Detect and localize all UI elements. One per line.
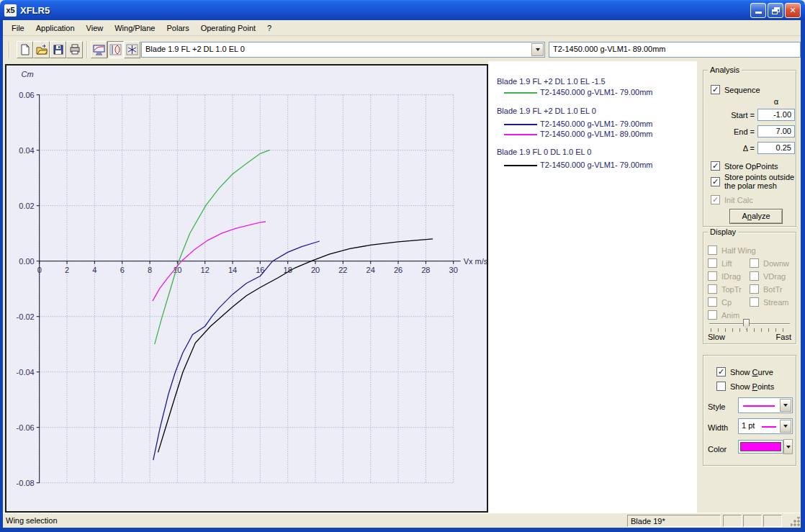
width-value: 1 pt [742, 421, 755, 430]
legend-entry: T2-1450.000 g-VLM1- 79.00mm [540, 120, 653, 128]
svg-text:-0.04: -0.04 [17, 368, 35, 377]
legend-entry: T2-1450.000 g-VLM1- 89.00mm [540, 130, 653, 138]
printer-icon [69, 44, 81, 55]
window-border-bottom [0, 528, 805, 532]
slider-fast-label: Fast [776, 333, 791, 341]
analyze-button[interactable]: Analyze [729, 209, 783, 224]
downw-checkbox [750, 258, 759, 268]
init-calc-label: Init Calc [724, 196, 753, 204]
store-oppoints-checkbox[interactable] [711, 161, 720, 171]
polar-curves-icon [109, 44, 122, 55]
stream-checkbox [750, 297, 759, 307]
vdrag-label: VDrag [763, 272, 786, 281]
legend-line-sample [504, 92, 537, 94]
menu-application[interactable]: Application [30, 22, 81, 35]
svg-text:-0.06: -0.06 [17, 423, 35, 432]
status-cell [743, 515, 762, 527]
anim-checkbox [708, 310, 717, 320]
status-cell [763, 515, 782, 527]
svg-text:2: 2 [65, 266, 69, 274]
half-wing-label: Half Wing [721, 246, 756, 255]
window-border-right [801, 20, 805, 532]
legend-group-title: Blade 1.9 FL 0 DL 1.0 EL 0 [497, 148, 591, 156]
analysis-group-title: Analysis [708, 66, 742, 74]
menu-bar: File Application View Wing/Plane Polars … [3, 20, 801, 36]
sequence-label: Sequence [724, 86, 760, 94]
end-label: End = [703, 127, 755, 136]
menu-view[interactable]: View [81, 22, 109, 35]
toolbar-separator [86, 41, 88, 58]
legend-line-sample [504, 165, 537, 166]
menu-polars[interactable]: Polars [161, 22, 194, 35]
print-button[interactable] [66, 41, 83, 58]
polar-view-button[interactable] [107, 41, 124, 58]
svg-text:24: 24 [366, 266, 375, 274]
curve-legend: Blade 1.9 FL +2 DL 1.0 EL -1.5 T2-1450.0… [488, 61, 696, 513]
plane-combo-value: Blade 1.9 FL +2 DL 1.0 EL 0 [145, 45, 245, 53]
idrag-checkbox [708, 271, 717, 281]
svg-text:4: 4 [92, 266, 96, 274]
combo-arrow-button[interactable] [531, 43, 544, 56]
legend-group-title: Blade 1.9 FL +2 DL 1.0 EL -1.5 [497, 77, 606, 86]
end-input[interactable]: 7.00 [757, 125, 795, 137]
store-outside-checkbox[interactable] [711, 177, 720, 186]
line-width-dropdown[interactable]: 1 pt [738, 418, 793, 434]
chevron-down-icon [783, 425, 788, 428]
anim-label: Anim [721, 311, 739, 320]
start-label: Start = [703, 111, 755, 120]
alpha-symbol: α [757, 97, 795, 106]
legend-group-title: Blade 1.9 FL +2 DL 1.0 EL 0 [497, 107, 596, 115]
curve-color-swatch[interactable] [738, 440, 783, 454]
new-file-button[interactable] [17, 41, 33, 58]
show-curve-checkbox[interactable] [716, 367, 726, 377]
xflr5-window: x5 XFLR5 ✕ File Application View Wing/Pl… [0, 0, 805, 532]
status-message: Wing selection [6, 516, 58, 525]
stream-label: Stream [763, 298, 788, 307]
resize-grip[interactable] [791, 517, 800, 526]
svg-text:0.04: 0.04 [19, 146, 34, 155]
svg-text:8: 8 [148, 266, 152, 274]
style-dropdown-arrow[interactable] [780, 399, 791, 412]
graph-monitor-icon [93, 44, 105, 55]
status-bar: Wing selection Blade 19* [3, 513, 801, 528]
menu-help[interactable]: ? [261, 22, 277, 35]
color-label: Color [708, 445, 727, 454]
svg-text:Cm: Cm [22, 70, 34, 78]
menu-wing-plane[interactable]: Wing/Plane [109, 22, 161, 35]
restore-button[interactable] [768, 3, 783, 18]
opp-view-button[interactable] [91, 41, 107, 58]
legend-line-sample [504, 124, 537, 125]
open-file-button[interactable] [33, 41, 50, 58]
svg-text:0.06: 0.06 [19, 91, 34, 99]
cp-checkbox [708, 297, 717, 307]
color-dropdown-arrow[interactable] [783, 439, 793, 454]
half-wing-checkbox [708, 245, 717, 255]
close-button[interactable]: ✕ [785, 3, 801, 18]
display-group: Display Half Wing Lift Downw IDrag VDrag… [703, 232, 796, 344]
3d-view-button[interactable] [124, 41, 140, 58]
menu-operating-point[interactable]: Operating Point [195, 22, 261, 35]
legend-entry: T2-1450.000 g-VLM1- 79.00mm [540, 88, 653, 96]
minimize-button[interactable] [750, 3, 766, 18]
line-style-dropdown[interactable] [738, 397, 793, 413]
store-oppoints-label: Store OpPoints [724, 162, 778, 171]
plane-select-combo[interactable]: Blade 1.9 FL +2 DL 1.0 EL 0 [141, 42, 545, 58]
svg-text:30: 30 [449, 266, 458, 274]
sequence-checkbox[interactable] [711, 85, 720, 94]
status-doc-name: Blade 19* [627, 515, 721, 527]
show-points-checkbox[interactable] [716, 382, 726, 391]
start-input[interactable]: -1.00 [757, 109, 795, 121]
bottr-checkbox [750, 284, 759, 294]
axes-star-icon [126, 44, 138, 55]
menu-file[interactable]: File [6, 22, 30, 35]
svg-text:12: 12 [201, 266, 210, 274]
save-button[interactable] [50, 41, 66, 58]
delta-input[interactable]: 0.25 [757, 142, 795, 154]
width-dropdown-arrow[interactable] [780, 420, 791, 433]
polar-select-field[interactable]: T2-1450.000 g-VLM1- 89.00mm [549, 42, 801, 58]
lift-label: Lift [721, 259, 732, 268]
bottr-label: BotTr [763, 285, 783, 294]
polar-graph-panel[interactable]: -0.08-0.06-0.04-0.020.000.020.040.060246… [5, 64, 488, 513]
title-bar[interactable]: x5 XFLR5 ✕ [0, 0, 805, 20]
lift-checkbox [708, 258, 717, 268]
